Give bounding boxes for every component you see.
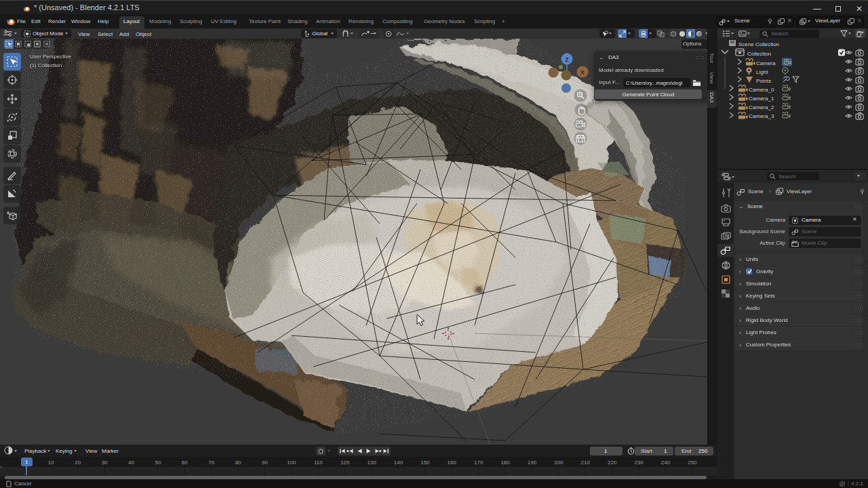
svg-text:Camera_2: Camera_2 (749, 104, 774, 110)
svg-text:Points: Points (756, 78, 771, 84)
svg-text:220: 220 (608, 460, 617, 466)
svg-text:90: 90 (262, 460, 268, 466)
svg-text:200: 200 (554, 460, 564, 466)
svg-text:40: 40 (128, 460, 134, 466)
svg-text:20: 20 (75, 460, 81, 466)
svg-text:110: 110 (314, 460, 323, 466)
svg-text:210: 210 (581, 460, 591, 466)
svg-text:230: 230 (634, 460, 644, 466)
svg-text:240: 240 (661, 460, 671, 466)
svg-text:60: 60 (182, 460, 188, 466)
svg-text:30: 30 (102, 460, 108, 466)
svg-text:Camera: Camera (756, 60, 776, 66)
svg-text:120: 120 (340, 460, 350, 466)
svg-text:130: 130 (367, 460, 376, 466)
svg-text:50: 50 (155, 460, 161, 466)
svg-text:Z: Z (565, 56, 569, 63)
svg-text:Light: Light (756, 69, 768, 75)
svg-text:100: 100 (287, 460, 296, 466)
svg-text:Camera_3: Camera_3 (749, 113, 774, 119)
svg-text:10: 10 (48, 460, 54, 466)
svg-text:X: X (580, 69, 585, 76)
svg-text:Camera_1: Camera_1 (749, 96, 774, 102)
svg-text:250: 250 (688, 460, 697, 466)
svg-text:Camera_0: Camera_0 (749, 87, 774, 93)
svg-text:150: 150 (420, 460, 430, 466)
svg-text:140: 140 (394, 460, 403, 466)
svg-text:160: 160 (448, 460, 457, 466)
svg-text:Scene Collection: Scene Collection (738, 41, 779, 47)
svg-text:170: 170 (474, 460, 484, 466)
svg-text:70: 70 (208, 460, 214, 466)
svg-text:80: 80 (235, 460, 241, 466)
svg-text:190: 190 (528, 460, 537, 466)
svg-text:180: 180 (500, 460, 510, 466)
svg-text:Collection: Collection (747, 51, 771, 57)
